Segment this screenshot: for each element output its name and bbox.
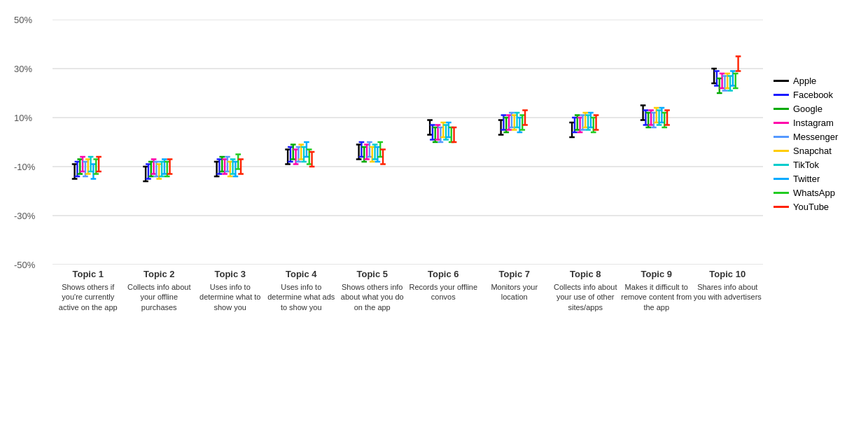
topic-desc: Shows others info about what you do on t… bbox=[337, 282, 408, 312]
y-axis-label: -10% bbox=[14, 162, 35, 172]
topic-name: Topic 1 bbox=[52, 269, 124, 279]
y-axis-label: -50% bbox=[14, 260, 35, 270]
chart-container: 50%30%10%-10%-30%-50% Topic 1Shows other… bbox=[0, 0, 868, 434]
legend-label: Facebook bbox=[793, 90, 833, 100]
x-labels-container: Topic 1Shows others if you're currently … bbox=[52, 265, 763, 342]
legend-color-messenger bbox=[774, 136, 789, 138]
x-label-topic-10: Topic 10Shares info about you with adver… bbox=[692, 269, 764, 302]
x-label-topic-2: Topic 2Collects info about your offline … bbox=[124, 269, 195, 312]
chart-area: 50%30%10%-10%-30%-50% Topic 1Shows other… bbox=[14, 20, 763, 342]
plot-area bbox=[52, 20, 763, 265]
x-label-topic-8: Topic 8Collects info about your use of o… bbox=[550, 269, 622, 312]
legend-item: WhatsApp bbox=[774, 188, 854, 198]
topic-desc: Shows others if you're currently active … bbox=[52, 282, 124, 312]
legend-color-whatsapp bbox=[774, 192, 789, 194]
legend-color-youtube bbox=[774, 206, 789, 208]
legend-item: Google bbox=[774, 104, 854, 114]
legend-label: Snapchat bbox=[793, 146, 832, 156]
x-label-topic-5: Topic 5Shows others info about what you … bbox=[337, 269, 408, 312]
x-label-topic-1: Topic 1Shows others if you're currently … bbox=[52, 269, 124, 312]
y-axis-label: -30% bbox=[14, 211, 35, 221]
legend-area: AppleFacebookGoogleInstagramMessengerSna… bbox=[763, 20, 854, 342]
legend-item: Facebook bbox=[774, 90, 854, 100]
topic-desc: Uses info to determine what to show you bbox=[195, 282, 266, 312]
topic-desc: Collects info about your use of other si… bbox=[550, 282, 622, 312]
chart-body: 50%30%10%-10%-30%-50% Topic 1Shows other… bbox=[14, 20, 854, 342]
legend-color-snapchat bbox=[774, 150, 789, 152]
topic-name: Topic 8 bbox=[550, 269, 622, 279]
topic-desc: Uses info to determine what ads to show … bbox=[266, 282, 337, 312]
legend-color-instagram bbox=[774, 122, 789, 124]
topic-name: Topic 3 bbox=[195, 269, 266, 279]
legend-item: Messenger bbox=[774, 132, 854, 142]
topic-desc: Shares info about you with advertisers bbox=[692, 282, 764, 302]
legend-item: YouTube bbox=[774, 202, 854, 212]
legend-label: TikTok bbox=[793, 160, 819, 170]
y-labels-container: 50%30%10%-10%-30%-50% bbox=[14, 20, 52, 265]
legend-item: Instagram bbox=[774, 118, 854, 128]
legend-color-tiktok bbox=[774, 164, 789, 166]
legend-item: TikTok bbox=[774, 160, 854, 170]
topic-desc: Makes it difficult to remove content fro… bbox=[621, 282, 692, 312]
topic-name: Topic 6 bbox=[408, 269, 479, 279]
x-label-topic-4: Topic 4Uses info to determine what ads t… bbox=[266, 269, 337, 312]
legend-item: Twitter bbox=[774, 174, 854, 184]
legend-label: Apple bbox=[793, 76, 816, 86]
legend-label: Instagram bbox=[793, 118, 834, 128]
y-axis-label: 30% bbox=[14, 64, 32, 74]
legend-color-facebook bbox=[774, 94, 789, 96]
legend-color-twitter bbox=[774, 178, 789, 180]
topic-name: Topic 4 bbox=[266, 269, 337, 279]
x-label-topic-9: Topic 9Makes it difficult to remove cont… bbox=[621, 269, 692, 312]
topic-name: Topic 10 bbox=[692, 269, 764, 279]
legend-label: Google bbox=[793, 104, 822, 114]
legend-label: Messenger bbox=[793, 132, 838, 142]
x-label-topic-6: Topic 6Records your offline convos bbox=[408, 269, 479, 302]
topic-name: Topic 5 bbox=[337, 269, 408, 279]
legend-color-apple bbox=[774, 80, 789, 82]
legend-label: YouTube bbox=[793, 202, 829, 212]
topic-desc: Monitors your location bbox=[479, 282, 550, 302]
plot-svg bbox=[52, 20, 763, 265]
topic-name: Topic 2 bbox=[124, 269, 195, 279]
y-axis-label: 50% bbox=[14, 15, 32, 25]
legend-item: Apple bbox=[774, 76, 854, 86]
topic-desc: Records your offline convos bbox=[408, 282, 479, 302]
x-label-topic-7: Topic 7Monitors your location bbox=[479, 269, 550, 302]
y-axis-label: 10% bbox=[14, 113, 32, 123]
x-label-topic-3: Topic 3Uses info to determine what to sh… bbox=[195, 269, 266, 312]
topic-name: Topic 7 bbox=[479, 269, 550, 279]
legend-label: Twitter bbox=[793, 174, 820, 184]
topic-desc: Collects info about your offline purchas… bbox=[124, 282, 195, 312]
legend-item: Snapchat bbox=[774, 146, 854, 156]
legend-color-google bbox=[774, 108, 789, 110]
topic-name: Topic 9 bbox=[621, 269, 692, 279]
legend-label: WhatsApp bbox=[793, 188, 835, 198]
